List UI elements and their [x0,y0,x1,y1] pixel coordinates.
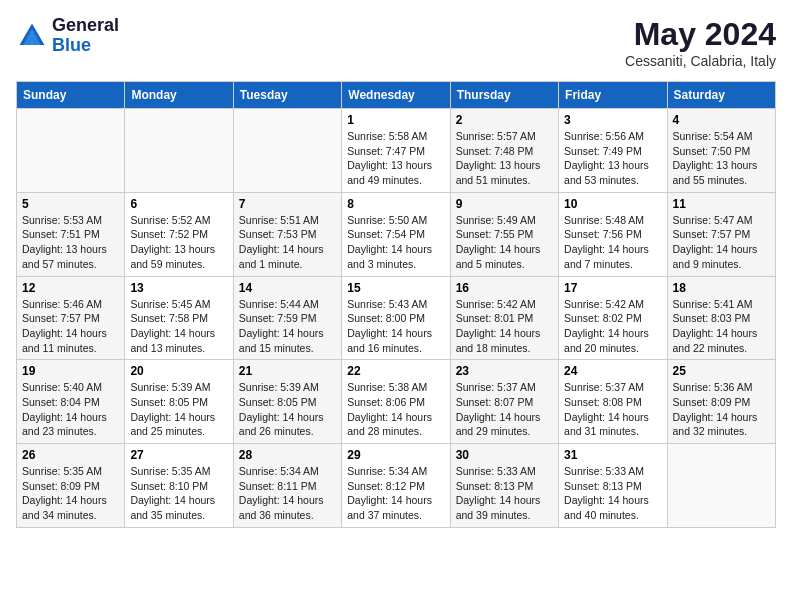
day-number: 17 [564,281,661,295]
weekday-header-friday: Friday [559,82,667,109]
day-number: 9 [456,197,553,211]
day-info: Sunrise: 5:36 AM Sunset: 8:09 PM Dayligh… [673,380,770,439]
day-info: Sunrise: 5:44 AM Sunset: 7:59 PM Dayligh… [239,297,336,356]
calendar-cell: 27Sunrise: 5:35 AM Sunset: 8:10 PM Dayli… [125,444,233,528]
calendar-cell: 26Sunrise: 5:35 AM Sunset: 8:09 PM Dayli… [17,444,125,528]
calendar-cell [233,109,341,193]
day-number: 26 [22,448,119,462]
day-number: 27 [130,448,227,462]
day-info: Sunrise: 5:57 AM Sunset: 7:48 PM Dayligh… [456,129,553,188]
calendar-cell: 10Sunrise: 5:48 AM Sunset: 7:56 PM Dayli… [559,192,667,276]
calendar-cell: 17Sunrise: 5:42 AM Sunset: 8:02 PM Dayli… [559,276,667,360]
day-info: Sunrise: 5:46 AM Sunset: 7:57 PM Dayligh… [22,297,119,356]
day-number: 3 [564,113,661,127]
page-header: General Blue May 2024 Cessaniti, Calabri… [16,16,776,69]
weekday-header-saturday: Saturday [667,82,775,109]
day-number: 31 [564,448,661,462]
day-number: 6 [130,197,227,211]
calendar-cell: 22Sunrise: 5:38 AM Sunset: 8:06 PM Dayli… [342,360,450,444]
day-number: 13 [130,281,227,295]
location-text: Cessaniti, Calabria, Italy [625,53,776,69]
day-info: Sunrise: 5:38 AM Sunset: 8:06 PM Dayligh… [347,380,444,439]
calendar-cell: 3Sunrise: 5:56 AM Sunset: 7:49 PM Daylig… [559,109,667,193]
day-info: Sunrise: 5:34 AM Sunset: 8:12 PM Dayligh… [347,464,444,523]
day-number: 29 [347,448,444,462]
title-block: May 2024 Cessaniti, Calabria, Italy [625,16,776,69]
calendar-cell: 11Sunrise: 5:47 AM Sunset: 7:57 PM Dayli… [667,192,775,276]
day-info: Sunrise: 5:42 AM Sunset: 8:01 PM Dayligh… [456,297,553,356]
day-info: Sunrise: 5:35 AM Sunset: 8:09 PM Dayligh… [22,464,119,523]
calendar-cell: 1Sunrise: 5:58 AM Sunset: 7:47 PM Daylig… [342,109,450,193]
day-number: 21 [239,364,336,378]
calendar-cell: 8Sunrise: 5:50 AM Sunset: 7:54 PM Daylig… [342,192,450,276]
calendar-week-row: 12Sunrise: 5:46 AM Sunset: 7:57 PM Dayli… [17,276,776,360]
day-info: Sunrise: 5:48 AM Sunset: 7:56 PM Dayligh… [564,213,661,272]
calendar-cell: 21Sunrise: 5:39 AM Sunset: 8:05 PM Dayli… [233,360,341,444]
calendar-week-row: 5Sunrise: 5:53 AM Sunset: 7:51 PM Daylig… [17,192,776,276]
weekday-header-tuesday: Tuesday [233,82,341,109]
calendar-week-row: 19Sunrise: 5:40 AM Sunset: 8:04 PM Dayli… [17,360,776,444]
day-info: Sunrise: 5:40 AM Sunset: 8:04 PM Dayligh… [22,380,119,439]
day-info: Sunrise: 5:33 AM Sunset: 8:13 PM Dayligh… [456,464,553,523]
calendar-cell: 14Sunrise: 5:44 AM Sunset: 7:59 PM Dayli… [233,276,341,360]
calendar-cell: 4Sunrise: 5:54 AM Sunset: 7:50 PM Daylig… [667,109,775,193]
calendar-cell: 28Sunrise: 5:34 AM Sunset: 8:11 PM Dayli… [233,444,341,528]
day-info: Sunrise: 5:33 AM Sunset: 8:13 PM Dayligh… [564,464,661,523]
day-number: 28 [239,448,336,462]
day-info: Sunrise: 5:41 AM Sunset: 8:03 PM Dayligh… [673,297,770,356]
calendar-header-row: SundayMondayTuesdayWednesdayThursdayFrid… [17,82,776,109]
day-number: 22 [347,364,444,378]
day-info: Sunrise: 5:50 AM Sunset: 7:54 PM Dayligh… [347,213,444,272]
calendar-cell: 2Sunrise: 5:57 AM Sunset: 7:48 PM Daylig… [450,109,558,193]
day-info: Sunrise: 5:43 AM Sunset: 8:00 PM Dayligh… [347,297,444,356]
calendar-cell: 16Sunrise: 5:42 AM Sunset: 8:01 PM Dayli… [450,276,558,360]
day-info: Sunrise: 5:56 AM Sunset: 7:49 PM Dayligh… [564,129,661,188]
calendar-cell: 31Sunrise: 5:33 AM Sunset: 8:13 PM Dayli… [559,444,667,528]
calendar-cell: 19Sunrise: 5:40 AM Sunset: 8:04 PM Dayli… [17,360,125,444]
day-number: 24 [564,364,661,378]
day-info: Sunrise: 5:45 AM Sunset: 7:58 PM Dayligh… [130,297,227,356]
day-number: 30 [456,448,553,462]
day-number: 14 [239,281,336,295]
day-info: Sunrise: 5:37 AM Sunset: 8:07 PM Dayligh… [456,380,553,439]
calendar-cell: 7Sunrise: 5:51 AM Sunset: 7:53 PM Daylig… [233,192,341,276]
day-number: 5 [22,197,119,211]
calendar-table: SundayMondayTuesdayWednesdayThursdayFrid… [16,81,776,528]
calendar-cell: 20Sunrise: 5:39 AM Sunset: 8:05 PM Dayli… [125,360,233,444]
day-info: Sunrise: 5:58 AM Sunset: 7:47 PM Dayligh… [347,129,444,188]
weekday-header-monday: Monday [125,82,233,109]
logo-general: General [52,15,119,35]
day-info: Sunrise: 5:51 AM Sunset: 7:53 PM Dayligh… [239,213,336,272]
day-number: 15 [347,281,444,295]
calendar-cell: 13Sunrise: 5:45 AM Sunset: 7:58 PM Dayli… [125,276,233,360]
day-number: 10 [564,197,661,211]
logo: General Blue [16,16,119,56]
calendar-cell: 15Sunrise: 5:43 AM Sunset: 8:00 PM Dayli… [342,276,450,360]
calendar-cell: 23Sunrise: 5:37 AM Sunset: 8:07 PM Dayli… [450,360,558,444]
day-info: Sunrise: 5:52 AM Sunset: 7:52 PM Dayligh… [130,213,227,272]
calendar-cell [667,444,775,528]
day-number: 4 [673,113,770,127]
month-year-title: May 2024 [625,16,776,53]
calendar-cell: 18Sunrise: 5:41 AM Sunset: 8:03 PM Dayli… [667,276,775,360]
day-info: Sunrise: 5:34 AM Sunset: 8:11 PM Dayligh… [239,464,336,523]
calendar-week-row: 1Sunrise: 5:58 AM Sunset: 7:47 PM Daylig… [17,109,776,193]
day-number: 1 [347,113,444,127]
day-info: Sunrise: 5:39 AM Sunset: 8:05 PM Dayligh… [130,380,227,439]
day-info: Sunrise: 5:53 AM Sunset: 7:51 PM Dayligh… [22,213,119,272]
calendar-cell: 5Sunrise: 5:53 AM Sunset: 7:51 PM Daylig… [17,192,125,276]
day-info: Sunrise: 5:35 AM Sunset: 8:10 PM Dayligh… [130,464,227,523]
day-number: 16 [456,281,553,295]
day-info: Sunrise: 5:54 AM Sunset: 7:50 PM Dayligh… [673,129,770,188]
day-number: 18 [673,281,770,295]
calendar-cell [125,109,233,193]
day-number: 19 [22,364,119,378]
calendar-cell [17,109,125,193]
logo-text: General Blue [52,16,119,56]
day-info: Sunrise: 5:49 AM Sunset: 7:55 PM Dayligh… [456,213,553,272]
day-info: Sunrise: 5:42 AM Sunset: 8:02 PM Dayligh… [564,297,661,356]
weekday-header-wednesday: Wednesday [342,82,450,109]
calendar-cell: 9Sunrise: 5:49 AM Sunset: 7:55 PM Daylig… [450,192,558,276]
day-number: 23 [456,364,553,378]
calendar-cell: 25Sunrise: 5:36 AM Sunset: 8:09 PM Dayli… [667,360,775,444]
